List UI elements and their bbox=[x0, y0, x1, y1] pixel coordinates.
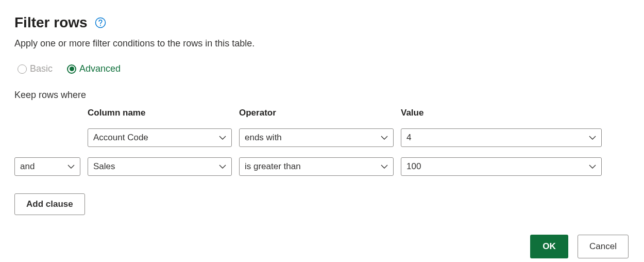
operator-select-value: ends with bbox=[245, 133, 282, 143]
column-select[interactable]: Account Code bbox=[88, 128, 232, 147]
logic-select[interactable]: and bbox=[14, 157, 80, 176]
cancel-button[interactable]: Cancel bbox=[578, 235, 629, 258]
operator-select[interactable]: ends with bbox=[239, 128, 394, 147]
subtitle: Apply one or more filter conditions to t… bbox=[14, 38, 630, 49]
chevron-down-icon bbox=[67, 165, 75, 169]
radio-checked-icon bbox=[67, 64, 76, 74]
column-select-value: Sales bbox=[93, 161, 115, 172]
value-select-value: 100 bbox=[406, 161, 421, 172]
chevron-down-icon bbox=[589, 165, 596, 169]
value-select[interactable]: 4 bbox=[401, 128, 602, 147]
add-clause-button[interactable]: Add clause bbox=[14, 193, 85, 215]
header-operator: Operator bbox=[239, 108, 394, 118]
page-title: Filter rows bbox=[14, 14, 88, 31]
column-select-value: Account Code bbox=[93, 133, 148, 143]
chevron-down-icon bbox=[381, 165, 388, 169]
chevron-down-icon bbox=[219, 165, 226, 169]
radio-basic[interactable]: Basic bbox=[18, 63, 53, 74]
ok-button[interactable]: OK bbox=[530, 235, 568, 258]
chevron-down-icon bbox=[381, 136, 388, 140]
svg-point-1 bbox=[100, 25, 101, 26]
help-icon[interactable] bbox=[95, 17, 106, 28]
header-column: Column name bbox=[88, 108, 232, 118]
logic-select-value: and bbox=[20, 161, 35, 172]
chevron-down-icon bbox=[219, 136, 226, 140]
radio-unchecked-icon bbox=[18, 64, 27, 74]
column-select[interactable]: Sales bbox=[88, 157, 232, 176]
operator-select-value: is greater than bbox=[245, 161, 301, 172]
radio-advanced[interactable]: Advanced bbox=[67, 63, 121, 74]
header-value: Value bbox=[401, 108, 602, 118]
chevron-down-icon bbox=[589, 136, 596, 140]
value-select-value: 4 bbox=[406, 133, 411, 143]
operator-select[interactable]: is greater than bbox=[239, 157, 394, 176]
value-select[interactable]: 100 bbox=[401, 157, 602, 176]
keep-rows-label: Keep rows where bbox=[14, 90, 630, 101]
radio-basic-label: Basic bbox=[30, 63, 53, 74]
radio-advanced-label: Advanced bbox=[79, 63, 121, 74]
